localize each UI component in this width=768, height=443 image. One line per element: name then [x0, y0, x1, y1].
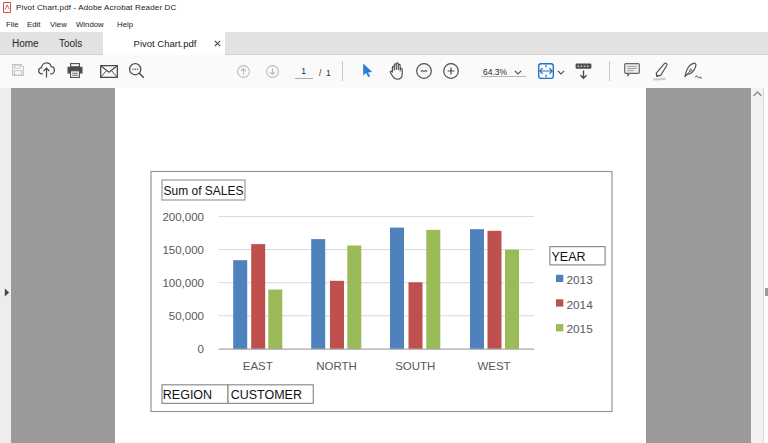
- svg-text:2014: 2014: [567, 298, 594, 312]
- svg-text:REGION: REGION: [163, 388, 212, 402]
- svg-text:50,000: 50,000: [169, 310, 204, 322]
- svg-text:EAST: EAST: [243, 360, 273, 372]
- svg-text:150,000: 150,000: [162, 244, 204, 256]
- svg-text:Sum of SALES: Sum of SALES: [164, 184, 244, 198]
- svg-text:YEAR: YEAR: [552, 250, 586, 264]
- svg-text:0: 0: [198, 343, 204, 355]
- svg-text:2013: 2013: [567, 273, 594, 287]
- svg-text:100,000: 100,000: [162, 277, 204, 289]
- svg-text:2015: 2015: [567, 322, 594, 336]
- svg-text:200,000: 200,000: [162, 211, 204, 223]
- svg-text:WEST: WEST: [477, 360, 510, 372]
- svg-text:SOUTH: SOUTH: [395, 360, 435, 372]
- svg-text:CUSTOMER: CUSTOMER: [231, 388, 302, 402]
- svg-text:NORTH: NORTH: [316, 360, 357, 372]
